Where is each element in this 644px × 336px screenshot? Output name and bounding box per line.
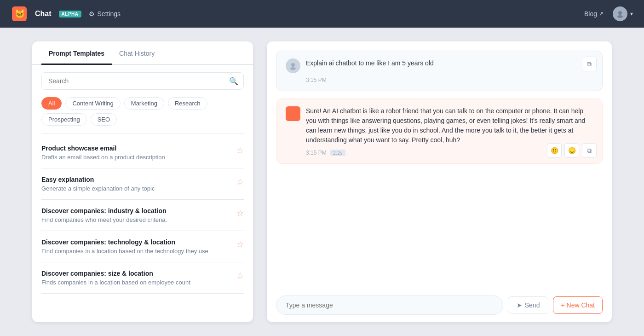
template-desc: Find companies who meet your desired cri… [41,216,231,223]
bot-message-header: 🐱 Sure! An AI chatbot is like a robot fr… [286,106,593,145]
template-item[interactable]: Discover companies: size & location Find… [41,262,244,294]
template-title: Product showcase email [41,145,231,152]
user-menu[interactable]: ▾ [613,6,633,21]
filter-tag-all[interactable]: All [41,97,62,110]
new-chat-button[interactable]: + New Chat [553,296,603,314]
filter-tag-research[interactable]: Research [168,97,207,110]
template-title: Discover companies: size & location [41,270,231,277]
template-item[interactable]: Discover companies: industry & location … [41,200,244,231]
user-message-time: 3:15 PM [306,77,593,83]
gear-icon: ⚙ [89,10,95,17]
main-content: Prompt Templates Chat History 🔍 All Cont… [0,28,644,336]
template-item[interactable]: Easy explanation Generate a simple expla… [41,168,244,200]
left-panel: Prompt Templates Chat History 🔍 All Cont… [32,41,253,322]
template-title: Discover companies: technology & locatio… [41,238,231,246]
blog-link[interactable]: Blog ↗ [584,10,604,17]
svg-point-3 [617,15,623,18]
send-icon: ➤ [517,301,522,309]
send-button[interactable]: ➤ Send [508,296,549,314]
template-content: Easy explanation Generate a simple expla… [41,176,231,192]
tab-chat-history[interactable]: Chat History [112,41,162,65]
svg-point-2 [618,11,622,15]
right-panel: Explain ai chatbot to me like I am 5 yea… [267,41,612,322]
alpha-badge: ALPHA [59,11,81,17]
logo-icon: 🐱 [11,6,28,22]
panel-body: 🔍 All Content Writing Marketing Research… [32,65,253,322]
filter-tag-seo[interactable]: SEO [91,113,117,126]
search-input[interactable] [41,72,244,90]
settings-label: Settings [98,10,121,17]
chat-messages: Explain ai chatbot to me like I am 5 yea… [276,51,603,290]
send-label: Send [525,301,540,309]
bot-message: 🐱 Sure! An AI chatbot is like a robot fr… [276,98,603,164]
star-icon[interactable]: ☆ [236,145,244,156]
blog-label: Blog [584,10,597,17]
bot-message-text: Sure! An AI chatbot is like a robot frie… [306,106,593,145]
svg-text:🐱: 🐱 [15,9,25,19]
new-chat-label: + New Chat [561,301,595,309]
template-item[interactable]: Discover companies: technology & locatio… [41,231,244,262]
filter-tag-prospecting[interactable]: Prospecting [41,113,87,126]
template-content: Discover companies: size & location Find… [41,270,231,286]
thumbs-up-icon: 🙂 [551,147,558,154]
chat-input[interactable] [276,295,503,315]
template-content: Discover companies: technology & locatio… [41,238,231,255]
top-nav: 🐱 Chat ALPHA ⚙ Settings Blog ↗ ▾ [0,0,644,28]
external-link-icon: ↗ [599,11,604,17]
tabs-header: Prompt Templates Chat History [32,41,253,65]
copy-bot-button[interactable]: ⧉ [582,143,597,158]
settings-link[interactable]: ⚙ Settings [89,10,121,17]
copy-icon: ⧉ [587,60,592,68]
thumbs-down-icon: 😞 [568,147,576,154]
star-icon[interactable]: ☆ [236,271,244,281]
search-icon[interactable]: 🔍 [229,77,238,86]
filter-tag-content-writing[interactable]: Content Writing [65,97,120,110]
user-avatar-chat [286,58,300,73]
template-content: Product showcase email Drafts an email b… [41,145,231,161]
bot-speed-badge: 2.2s [330,150,345,156]
thumbs-up-button[interactable]: 🙂 [547,143,562,158]
bot-time-value: 3:15 PM [306,150,327,156]
filter-tags: All Content Writing Marketing Research P… [41,97,244,126]
filter-tag-marketing[interactable]: Marketing [124,97,164,110]
user-message: Explain ai chatbot to me like I am 5 yea… [276,51,603,91]
svg-point-4 [291,63,295,67]
template-title: Discover companies: industry & location [41,207,231,214]
star-icon[interactable]: ☆ [236,239,244,249]
user-message-text: Explain ai chatbot to me like I am 5 yea… [306,58,593,68]
template-title: Easy explanation [41,176,231,183]
search-wrapper: 🔍 [41,72,244,90]
template-item[interactable]: Product showcase email Drafts an email b… [41,137,244,168]
bot-avatar: 🐱 [286,106,300,121]
svg-point-5 [290,67,296,70]
template-content: Discover companies: industry & location … [41,207,231,223]
copy-icon: ⧉ [587,147,592,155]
template-desc: Generate a simple explanation of any top… [41,185,231,192]
user-avatar [613,6,627,21]
message-actions: 🙂 😞 ⧉ [547,143,597,158]
template-desc: Find companies in a location based on th… [41,248,231,255]
star-icon[interactable]: ☆ [236,177,244,187]
chevron-down-icon: ▾ [630,11,633,17]
star-icon[interactable]: ☆ [236,208,244,218]
svg-rect-6 [286,106,300,121]
chat-input-area: ➤ Send + New Chat [276,295,603,315]
user-message-header: Explain ai chatbot to me like I am 5 yea… [286,58,593,73]
nav-chat-label: Chat [35,10,52,18]
nav-left: 🐱 Chat ALPHA ⚙ Settings [11,6,121,22]
template-desc: Finds companies in a location based on e… [41,279,231,286]
copy-button[interactable]: ⧉ [582,57,597,71]
divider [41,133,244,133]
thumbs-down-button[interactable]: 😞 [564,143,579,158]
tab-prompt-templates[interactable]: Prompt Templates [41,41,112,65]
template-desc: Drafts an email based on a product descr… [41,154,231,161]
nav-right: Blog ↗ ▾ [584,6,633,21]
